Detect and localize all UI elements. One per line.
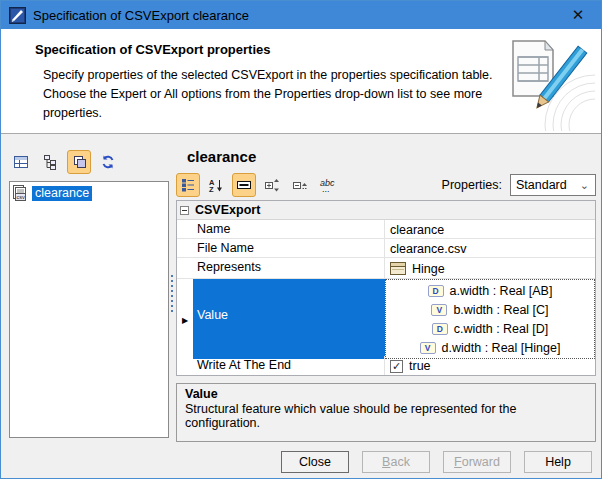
part-property-badge: D — [432, 323, 448, 335]
property-label: Write At The End — [193, 356, 385, 375]
abc-edit-icon[interactable]: abc ... — [316, 173, 340, 197]
specification-dialog: Specification of CSVExport clearance ✕ S… — [0, 0, 602, 479]
properties-dropdown-value: Standard — [516, 178, 567, 192]
containment-tree-icon[interactable] — [38, 150, 62, 174]
categorized-view-icon[interactable] — [176, 173, 200, 197]
properties-toolbar: A Z — [176, 171, 596, 198]
sort-alphabetically-icon[interactable]: A Z — [204, 173, 228, 197]
tree-item-clearance[interactable]: csv clearance — [12, 184, 166, 202]
svg-text:Z: Z — [209, 185, 214, 193]
right-panel: clearance A Z — [176, 134, 596, 442]
properties-dropdown-label: Properties: — [442, 178, 502, 192]
svg-text:...: ... — [322, 184, 330, 193]
part-property-badge: D — [428, 285, 444, 297]
close-icon[interactable]: ✕ — [555, 1, 601, 29]
titlebar: Specification of CSVExport clearance ✕ — [1, 1, 601, 29]
tree-item-label: clearance — [32, 186, 92, 201]
left-toolbar — [9, 146, 169, 178]
property-row-file-name[interactable]: File Name clearance.csv — [177, 239, 595, 258]
property-label: Represents — [193, 258, 385, 278]
description-panel: Value Structural feature which value sho… — [176, 383, 596, 442]
back-button[interactable]: Back — [362, 451, 430, 473]
value-property-badge: V — [431, 304, 447, 316]
properties-dropdown[interactable]: Standard ⌄ — [510, 174, 596, 196]
collapse-expander-icon[interactable] — [180, 206, 189, 215]
element-tree: csv clearance — [9, 181, 169, 438]
refresh-icon[interactable] — [96, 150, 120, 174]
value-list: D a.width : Real [AB] V b.width : Real [… — [385, 279, 595, 359]
show-description-icon[interactable] — [232, 173, 256, 197]
help-button[interactable]: Help — [524, 451, 592, 473]
close-button[interactable]: Close — [281, 451, 349, 473]
main-area: csv clearance clearance — [1, 134, 601, 451]
property-label: Name — [193, 220, 385, 238]
property-row-name[interactable]: Name clearance — [177, 220, 595, 239]
chevron-down-icon: ⌄ — [580, 179, 589, 192]
window-title: Specification of CSVExport clearance — [33, 8, 555, 23]
value-item[interactable]: V d.width : Real [Hinge] — [420, 338, 561, 357]
value-item[interactable]: D a.width : Real [AB] — [428, 281, 553, 300]
description-title: Value — [185, 387, 587, 401]
property-table: CSVExport Name clearance File Name clear… — [176, 200, 596, 376]
value-item[interactable]: D c.width : Real [D] — [432, 319, 548, 338]
forward-button[interactable]: Forward — [443, 451, 511, 473]
property-value: true — [409, 359, 431, 373]
document-pencil-illustration — [499, 33, 595, 131]
footer-buttons: Close Back Forward Help — [1, 451, 601, 478]
collapse-nodes-icon[interactable] — [288, 173, 312, 197]
property-value[interactable]: clearance — [385, 220, 595, 238]
description-text: Structural feature which value should be… — [185, 402, 587, 430]
svg-text:csv: csv — [17, 194, 26, 200]
block-icon — [390, 262, 407, 275]
property-value[interactable]: clearance.csv — [385, 239, 595, 257]
property-row-value[interactable]: ▶ Value D a.width : Real [AB] V b.width … — [177, 279, 595, 356]
left-panel: csv clearance — [9, 146, 169, 438]
panel-splitter[interactable] — [168, 148, 175, 438]
property-label: File Name — [193, 239, 385, 257]
composite-squares-icon[interactable] — [67, 150, 91, 174]
checkbox-checked[interactable]: ✓ — [390, 360, 403, 373]
header-description: Specify properties of the selected CSVEx… — [43, 66, 495, 122]
property-label: Value — [193, 279, 385, 359]
expand-nodes-icon[interactable] — [260, 173, 284, 197]
property-row-represents[interactable]: Represents Hinge — [177, 258, 595, 279]
value-property-badge: V — [420, 342, 436, 354]
element-name-heading: clearance — [187, 148, 596, 165]
property-value: Hinge — [412, 262, 445, 276]
properties-table-icon[interactable] — [9, 150, 33, 174]
group-label: CSVExport — [195, 203, 260, 217]
value-item[interactable]: V b.width : Real [C] — [431, 300, 548, 319]
app-icon — [9, 7, 26, 24]
property-row-write-at-the-end[interactable]: Write At The End ✓ true — [177, 356, 595, 375]
dialog-header: Specification of CSVExport properties Sp… — [1, 29, 601, 134]
group-row-csvexport[interactable]: CSVExport — [177, 201, 595, 220]
selected-row-marker: ▶ — [177, 279, 193, 359]
csv-export-element-icon: csv — [12, 185, 29, 201]
